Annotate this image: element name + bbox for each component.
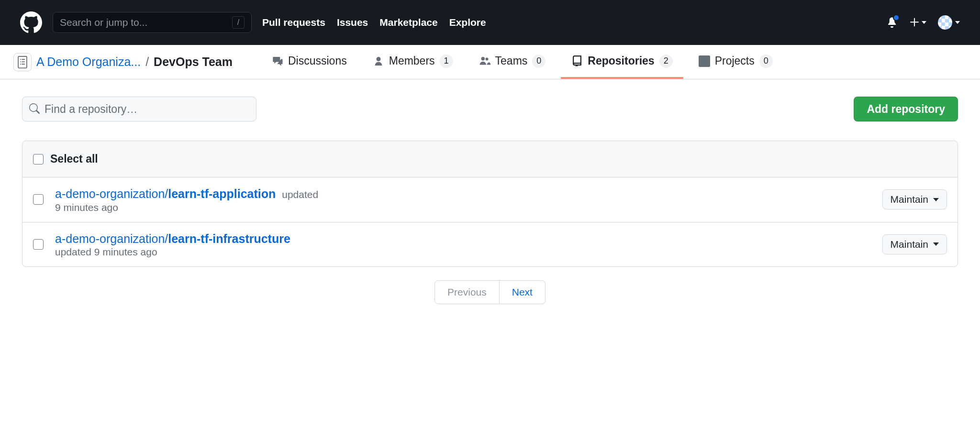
repo-permission-button[interactable]: Maintain: [882, 189, 947, 209]
repo-list-box: Select all a-demo-organization/learn-tf-…: [22, 141, 958, 267]
create-new-menu[interactable]: [909, 17, 926, 28]
pagination-previous[interactable]: Previous: [434, 280, 500, 304]
tab-projects-label: Projects: [715, 55, 755, 67]
breadcrumb-org-link[interactable]: A Demo Organiza...: [36, 55, 141, 69]
user-avatar-icon: [938, 15, 952, 30]
nav-pull-requests[interactable]: Pull requests: [262, 17, 325, 28]
nav-marketplace[interactable]: Marketplace: [379, 17, 437, 28]
checklist-icon: [16, 56, 29, 68]
project-icon: [699, 55, 710, 67]
nav-issues[interactable]: Issues: [337, 17, 368, 28]
repo-meta-below: 9 minutes ago: [55, 202, 871, 213]
repo-top-controls: Add repository: [22, 97, 958, 121]
search-icon: [29, 103, 40, 115]
repo-row: a-demo-organization/learn-tf-infrastruct…: [22, 222, 958, 267]
user-menu[interactable]: [938, 15, 960, 30]
mark-github-icon: [20, 11, 42, 33]
team-subheader: A Demo Organiza... / DevOps Team Discuss…: [0, 45, 980, 79]
repo-icon: [571, 55, 583, 67]
repo-search[interactable]: [22, 97, 256, 121]
header-right: [886, 15, 960, 30]
repo-name: learn-tf-application: [168, 187, 276, 200]
breadcrumb: A Demo Organiza... / DevOps Team: [13, 45, 242, 79]
add-repository-button[interactable]: Add repository: [854, 97, 958, 121]
repo-permission-label: Maintain: [891, 194, 928, 205]
plus-icon: [909, 17, 920, 28]
repo-link[interactable]: a-demo-organization/learn-tf-infrastruct…: [55, 232, 290, 245]
global-search-placeholder: Search or jump to...: [60, 17, 147, 28]
repo-meta-inline: updated: [282, 189, 318, 200]
notification-dot-icon: [893, 14, 900, 21]
github-logo[interactable]: [20, 11, 42, 33]
pagination-next[interactable]: Next: [500, 280, 546, 304]
repo-info: a-demo-organization/learn-tf-infrastruct…: [55, 231, 871, 258]
content-area: Add repository Select all a-demo-organiz…: [0, 79, 980, 321]
tab-teams-count: 0: [532, 55, 546, 68]
repo-search-input[interactable]: [45, 103, 249, 116]
repo-title: a-demo-organization/learn-tf-application…: [55, 186, 871, 202]
repo-link[interactable]: a-demo-organization/learn-tf-application: [55, 187, 279, 200]
repo-meta-below: updated 9 minutes ago: [55, 246, 871, 258]
repo-checkbox[interactable]: [33, 194, 44, 205]
caret-down-icon: [955, 21, 960, 24]
select-all-label: Select all: [50, 153, 98, 165]
tab-repositories-count: 2: [659, 55, 673, 68]
repo-name: learn-tf-infrastructure: [168, 232, 290, 245]
tab-members-count: 1: [440, 55, 453, 68]
repo-info: a-demo-organization/learn-tf-application…: [55, 186, 871, 213]
global-search[interactable]: Search or jump to... /: [53, 12, 252, 33]
tab-projects[interactable]: Projects 0: [688, 45, 783, 79]
tab-teams-label: Teams: [495, 55, 528, 67]
repo-checkbox[interactable]: [33, 239, 44, 250]
person-icon: [373, 55, 384, 67]
caret-down-icon: [933, 242, 939, 246]
select-all-checkbox[interactable]: [33, 154, 44, 165]
tab-repositories[interactable]: Repositories 2: [561, 45, 683, 79]
caret-down-icon: [933, 198, 939, 201]
global-nav: Pull requests Issues Marketplace Explore: [262, 17, 486, 28]
breadcrumb-team-name: DevOps Team: [154, 55, 233, 69]
repo-row: a-demo-organization/learn-tf-application…: [22, 177, 958, 222]
tab-teams[interactable]: Teams 0: [468, 45, 557, 79]
repo-permission-button[interactable]: Maintain: [882, 234, 947, 254]
repo-org: a-demo-organization: [55, 187, 165, 200]
breadcrumb-separator: /: [145, 55, 149, 69]
tab-repositories-label: Repositories: [588, 55, 654, 67]
nav-explore[interactable]: Explore: [449, 17, 486, 28]
org-avatar[interactable]: [13, 53, 32, 71]
search-shortcut-key: /: [232, 16, 245, 29]
repo-title: a-demo-organization/learn-tf-infrastruct…: [55, 231, 871, 247]
tab-members[interactable]: Members 1: [362, 45, 464, 79]
repo-permission-label: Maintain: [891, 239, 928, 250]
tab-projects-count: 0: [759, 55, 773, 68]
caret-down-icon: [922, 21, 926, 24]
comment-discussion-icon: [272, 55, 283, 67]
tab-members-label: Members: [389, 55, 435, 67]
pagination: Previous Next: [22, 280, 958, 304]
repo-org: a-demo-organization: [55, 232, 165, 245]
team-tabs: Discussions Members 1 Teams 0 Repositori…: [261, 45, 783, 79]
notifications-button[interactable]: [886, 16, 898, 29]
global-header: Search or jump to... / Pull requests Iss…: [0, 0, 980, 45]
select-all-row: Select all: [22, 141, 958, 177]
people-icon: [479, 55, 490, 67]
tab-discussions-label: Discussions: [288, 55, 347, 67]
tab-discussions[interactable]: Discussions: [261, 45, 357, 79]
